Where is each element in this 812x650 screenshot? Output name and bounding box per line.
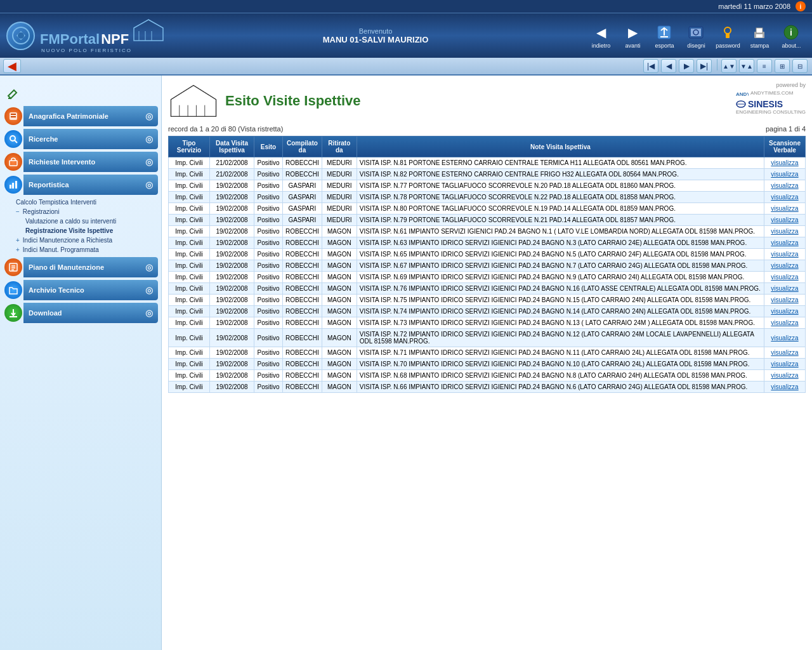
cell-scansione[interactable]: visualizza (764, 283, 806, 295)
cell-scansione[interactable]: visualizza (764, 249, 806, 260)
cell-esito: Positivo (254, 237, 283, 249)
visualizza-link[interactable]: visualizza (771, 159, 798, 166)
table-row: Imp. Civili 19/02/2008 Positivo GASPARI … (169, 203, 806, 215)
cell-scansione[interactable]: visualizza (764, 226, 806, 237)
cell-data: 19/02/2008 (210, 329, 254, 347)
table-row: Imp. Civili 19/02/2008 Positivo ROBECCHI… (169, 272, 806, 283)
sort-asc-btn[interactable]: ▲▼ (721, 59, 737, 73)
cell-scansione[interactable]: visualizza (764, 359, 806, 370)
list-view-btn[interactable]: ≡ (757, 59, 772, 73)
next-page-btn[interactable]: ▶ (679, 59, 694, 73)
toolbar-avanti[interactable]: ▶ avanti (619, 22, 647, 49)
cell-scansione[interactable]: visualizza (764, 317, 806, 329)
toolbar-indietro[interactable]: ◀ indietro (587, 22, 615, 49)
cell-scansione[interactable]: visualizza (764, 169, 806, 180)
reportistica-label[interactable]: Reportistica ◎ (23, 175, 158, 195)
sidebar: Anagrafica Patrimoniale ◎ Ricerche ◎ Ric… (0, 76, 162, 650)
sidebar-item-archivio[interactable]: Archivio Tecnico ◎ (3, 280, 158, 300)
visualizza-link[interactable]: visualizza (771, 383, 798, 390)
cell-ritirato: MEDURI (322, 203, 357, 215)
back-arrow[interactable]: ◀ (3, 59, 21, 73)
content-area: NUOVO POLO FIERISTICO Esito Visite Ispet… (162, 76, 812, 650)
cell-scansione[interactable]: visualizza (764, 215, 806, 226)
sub-calcolo-tempistica[interactable]: Calcolo Tempistica Interventi (13, 197, 158, 207)
sidebar-item-ricerche[interactable]: Ricerche ◎ (3, 129, 158, 149)
prev-page-btn[interactable]: ◀ (661, 59, 676, 73)
cell-scansione[interactable]: visualizza (764, 192, 806, 203)
cell-data: 19/02/2008 (210, 381, 254, 393)
visualizza-link[interactable]: visualizza (771, 194, 798, 201)
svg-point-14 (724, 27, 731, 34)
visualizza-link[interactable]: visualizza (771, 274, 798, 281)
visualizza-link[interactable]: visualizza (771, 296, 798, 303)
cell-ritirato: MEDURI (322, 215, 357, 226)
anagrafica-expand-icon: ◎ (145, 111, 153, 121)
sidebar-item-richieste[interactable]: Richieste Intervento ◎ (3, 152, 158, 172)
richieste-label[interactable]: Richieste Intervento ◎ (23, 152, 158, 172)
visualizza-link[interactable]: visualizza (771, 239, 798, 246)
sidebar-item-reportistica[interactable]: Reportistica ◎ (3, 175, 158, 195)
filter-btn[interactable]: ⊟ (792, 59, 808, 73)
cell-scansione[interactable]: visualizza (764, 329, 806, 347)
cell-scansione[interactable]: visualizza (764, 306, 806, 317)
visualizza-link[interactable]: visualizza (771, 349, 798, 356)
cell-scansione[interactable]: visualizza (764, 203, 806, 215)
cell-scansione[interactable]: visualizza (764, 237, 806, 249)
cell-note: VISITA ISP. N.66 IMPIANTO IDRICO SERVIZI… (357, 381, 764, 393)
cell-scansione[interactable]: visualizza (764, 295, 806, 306)
visualizza-link[interactable]: visualizza (771, 216, 798, 223)
visualizza-link[interactable]: visualizza (771, 361, 798, 368)
sub-valutazione[interactable]: Valutazione a caldo su interventi (22, 216, 158, 226)
visualizza-link[interactable]: visualizza (771, 228, 798, 235)
toolbar-password[interactable]: password (714, 22, 742, 49)
toolbar-stampa[interactable]: stampa (745, 22, 774, 49)
cell-scansione[interactable]: visualizza (764, 180, 806, 192)
toolbar-esporta[interactable]: esporta (650, 22, 679, 49)
cell-scansione[interactable]: visualizza (764, 260, 806, 272)
visualizza-link[interactable]: visualizza (771, 182, 798, 189)
visualizza-link[interactable]: visualizza (771, 205, 798, 212)
cell-scansione[interactable]: visualizza (764, 272, 806, 283)
visualizza-link[interactable]: visualizza (771, 251, 798, 258)
visualizza-link[interactable]: visualizza (771, 171, 798, 178)
anagrafica-label[interactable]: Anagrafica Patrimoniale ◎ (23, 106, 158, 126)
grid-view-btn[interactable]: ⊞ (775, 59, 790, 73)
first-page-btn[interactable]: |◀ (643, 59, 658, 73)
visualizza-link[interactable]: visualizza (771, 308, 798, 315)
svg-line-38 (193, 86, 216, 100)
sort-desc-btn[interactable]: ▼▲ (739, 59, 754, 73)
visualizza-link[interactable]: visualizza (771, 372, 798, 379)
cell-compilato: ROBECCHI (283, 237, 322, 249)
cell-note: VISITA ISP. N.63 IMPIANTO IDRICO SERVIZI… (357, 237, 764, 249)
visualizza-link[interactable]: visualizza (771, 335, 798, 342)
cell-ritirato: MAGON (322, 347, 357, 359)
cell-data: 19/02/2008 (210, 180, 254, 192)
sub-indici-programmata[interactable]: + Indici Manut. Programmata (13, 245, 158, 255)
visualizza-link[interactable]: visualizza (771, 319, 798, 326)
last-page-btn[interactable]: ▶| (697, 59, 712, 73)
sidebar-item-download[interactable]: Download ◎ (3, 303, 158, 323)
cell-scansione[interactable]: visualizza (764, 381, 806, 393)
cell-scansione[interactable]: visualizza (764, 370, 806, 381)
cell-scansione[interactable]: visualizza (764, 347, 806, 359)
visualizza-link[interactable]: visualizza (771, 285, 798, 292)
visualizza-link[interactable]: visualizza (771, 262, 798, 269)
sidebar-item-piano[interactable]: Piano di Manutenzione ◎ (3, 257, 158, 277)
cell-esito: Positivo (254, 317, 283, 329)
toolbar-about[interactable]: i about... (777, 22, 806, 49)
archivio-label[interactable]: Archivio Tecnico ◎ (23, 280, 158, 300)
svg-line-37 (171, 86, 193, 100)
sidebar-item-anagrafica[interactable]: Anagrafica Patrimoniale ◎ (3, 106, 158, 126)
ricerche-label[interactable]: Ricerche ◎ (23, 129, 158, 149)
sub-indici-richiesta[interactable]: + Indici Manutenzione a Richiesta (13, 235, 158, 245)
download-label[interactable]: Download ◎ (23, 303, 158, 323)
sub-registrazione-visite[interactable]: Registrazione Visite Ispettive (22, 226, 158, 235)
svg-text:i: i (790, 27, 793, 37)
toolbar-disegni[interactable]: disegni (682, 22, 710, 49)
logo-icon (6, 22, 35, 50)
table-body: Imp. Civili 21/02/2008 Positivo ROBECCHI… (169, 157, 806, 393)
info-icon[interactable]: i (796, 1, 806, 11)
cell-scansione[interactable]: visualizza (764, 157, 806, 169)
piano-label[interactable]: Piano di Manutenzione ◎ (23, 257, 158, 277)
cell-tipo: Imp. Civili (169, 203, 210, 215)
